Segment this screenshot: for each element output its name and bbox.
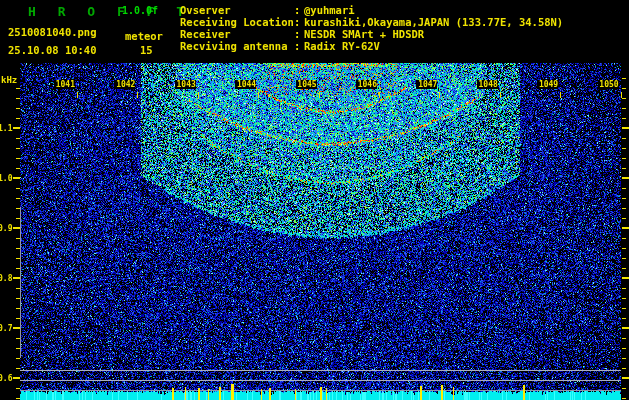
info-separator: : [294, 40, 304, 52]
info-panel: Ovserver:@yuhmari Receiving Location:kur… [180, 4, 563, 52]
meteor-counter-label: meteor [125, 30, 163, 42]
y-tick-label: 1.1 [0, 124, 12, 133]
meteor-counter-value: 15 [140, 44, 153, 56]
app-title: H R O F F T [28, 4, 191, 19]
info-label: Ovserver [180, 4, 294, 16]
info-value: @yuhmari [304, 4, 355, 16]
info-row-location: Receiving Location:kurashiki,Okayama,JAP… [180, 16, 563, 28]
x-tick-label: 1048 [477, 80, 498, 89]
y-tick-label: 0.9 [0, 224, 12, 233]
x-tick-label: 1050 [598, 80, 619, 89]
y-tick-label: 0.6 [0, 374, 12, 383]
info-label: Receiving Location [180, 16, 294, 28]
x-tick-label: 1043 [175, 80, 196, 89]
y-tick-label: 0.8 [0, 274, 12, 283]
info-label: Recviving antenna [180, 40, 294, 52]
info-value: NESDR SMArt + HDSDR [304, 28, 424, 40]
x-tick-label: 1049 [537, 80, 558, 89]
x-tick-label: 1044 [235, 80, 256, 89]
info-separator: : [294, 4, 304, 16]
info-separator: : [294, 28, 304, 40]
x-tick-label: 1047 [416, 80, 437, 89]
info-row-receiver: Receiver:NESDR SMArt + HDSDR [180, 28, 563, 40]
y-axis-unit-label: kHz [1, 75, 17, 85]
info-value: Radix RY-62V [304, 40, 380, 52]
info-label: Receiver [180, 28, 294, 40]
x-tick-label: 1046 [356, 80, 377, 89]
hrofft-screen: H R O F F T 1.0.0f 2510081040.png meteor… [0, 0, 629, 400]
capture-filename: 2510081040.png [8, 26, 97, 38]
spectrogram-canvas [0, 0, 629, 400]
y-tick-label: 0.7 [0, 324, 12, 333]
info-row-observer: Ovserver:@yuhmari [180, 4, 563, 16]
capture-datetime: 25.10.08 10:40 [8, 44, 97, 56]
x-tick-label: 1041 [54, 80, 75, 89]
x-tick-label: 1042 [114, 80, 135, 89]
info-value: kurashiki,Okayama,JAPAN (133.77E, 34.58N… [304, 16, 563, 28]
app-version: 1.0.0f [122, 5, 158, 16]
x-tick-label: 1045 [296, 80, 317, 89]
info-row-antenna: Recviving antenna:Radix RY-62V [180, 40, 563, 52]
y-tick-label: 1.0 [0, 174, 12, 183]
info-separator: : [294, 16, 304, 28]
